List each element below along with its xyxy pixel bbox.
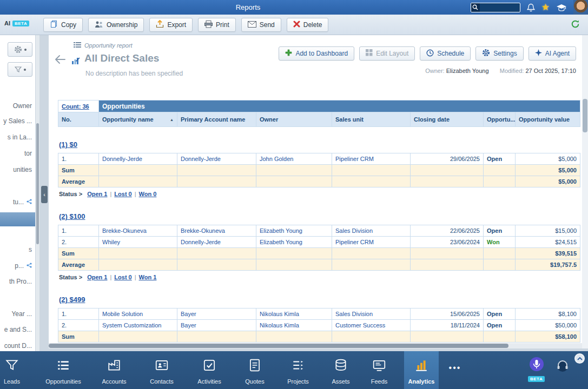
search-input[interactable] <box>480 4 520 11</box>
owner-link[interactable]: Nikolaus Kimla <box>256 308 332 320</box>
sidebar-item[interactable]: tor <box>24 150 32 157</box>
ownership-icon <box>95 21 103 30</box>
sidebar-filter-button[interactable] <box>8 62 32 77</box>
edit-layout-button[interactable]: Edit Layout <box>359 46 415 61</box>
sidebar-collapse-handle[interactable]: ‹ <box>41 186 48 203</box>
sidebar-scrollbar-thumb[interactable] <box>36 123 39 244</box>
nav-collapse-chevron-icon[interactable] <box>574 353 585 364</box>
group-header-link[interactable]: (2) $100 <box>59 212 85 220</box>
nav-item-analytics[interactable]: Analytics <box>404 351 439 389</box>
notifications-bell-icon[interactable] <box>527 3 535 12</box>
export-button[interactable]: Export <box>149 18 193 32</box>
nav-item-more[interactable]: ••• <box>439 351 471 389</box>
people-card-icon <box>155 358 169 374</box>
owner-link[interactable]: Nikolaus Kimla <box>256 320 332 331</box>
sales-unit-link[interactable]: Customer Success <box>332 320 411 331</box>
account-link[interactable]: Donnelly-Jerde <box>177 153 256 165</box>
sidebar-item[interactable]: s in La... <box>8 133 32 141</box>
sales-unit-link[interactable]: Sales Division <box>332 225 411 237</box>
opportunity-link[interactable]: Brekke-Okuneva <box>99 225 177 237</box>
sidebar-item-active[interactable] <box>0 212 35 226</box>
sales-unit-link[interactable]: Pipeliner CRM <box>332 237 411 248</box>
group-header-link[interactable]: (2) $499 <box>59 296 85 304</box>
nav-item-feeds[interactable]: Feeds <box>362 351 397 389</box>
print-button[interactable]: Print <box>198 18 236 32</box>
sidebar-item[interactable]: s <box>29 246 32 253</box>
col-closing-date[interactable]: Closing date <box>411 112 484 127</box>
favorites-star-icon[interactable]: ★ <box>541 0 550 15</box>
vertical-scrollbar[interactable] <box>582 35 588 348</box>
opportunity-link[interactable]: System Customization <box>99 320 177 331</box>
account-link[interactable]: Bayer <box>177 320 256 331</box>
open-count-link[interactable]: Open 1 <box>87 191 107 197</box>
col-owner[interactable]: Owner <box>256 112 332 127</box>
opportunity-link[interactable]: Whiley <box>99 237 177 248</box>
page-title: Reports <box>0 0 496 15</box>
sidebar-settings-button[interactable] <box>8 42 32 57</box>
sidebar-item[interactable]: Year ... <box>11 310 32 318</box>
sales-unit-link[interactable]: Pipeliner CRM <box>332 153 411 165</box>
owner-link[interactable]: John Golden <box>256 153 332 165</box>
col-opportunity-status[interactable]: Opportu... <box>484 112 516 127</box>
nav-item-projects[interactable]: Projects <box>276 351 320 389</box>
col-opportunity-name[interactable]: Opportunity name▲ <box>99 112 177 127</box>
horizontal-scrollbar-thumb[interactable] <box>49 344 508 348</box>
account-link[interactable]: Bayer <box>177 308 256 320</box>
add-to-dashboard-button[interactable]: Add to Dashboard <box>279 46 354 61</box>
horizontal-scrollbar[interactable] <box>49 343 582 348</box>
list-icon <box>56 358 70 374</box>
sidebar-item[interactable]: tu... <box>13 198 32 206</box>
nav-item-opportunities[interactable]: Opportunities <box>36 351 90 389</box>
nav-item-contacts[interactable]: Contacts <box>138 351 186 389</box>
opportunity-link[interactable]: Mobile Solution <box>99 308 177 320</box>
sidebar-item[interactable]: p... <box>15 262 32 270</box>
group-header-link[interactable]: (1) $0 <box>59 140 77 149</box>
sidebar-item[interactable]: Owner <box>13 102 32 110</box>
schedule-button[interactable]: Schedule <box>420 46 471 61</box>
support-headset-icon[interactable] <box>555 358 570 375</box>
vertical-scrollbar-thumb[interactable] <box>583 99 587 132</box>
back-arrow-icon[interactable] <box>54 55 66 66</box>
settings-button[interactable]: Settings <box>475 46 523 61</box>
col-no[interactable]: No. <box>58 112 99 127</box>
won-count-link[interactable]: Won 0 <box>139 191 157 197</box>
sidebar-item[interactable]: y Sales ... <box>3 117 32 125</box>
count-link[interactable]: Count: 36 <box>58 100 99 112</box>
nav-item-accounts[interactable]: Accounts <box>90 351 138 389</box>
lost-count-link[interactable]: Lost 0 <box>114 191 131 197</box>
send-button[interactable]: Send <box>241 18 281 32</box>
refresh-icon[interactable] <box>571 19 580 31</box>
account-link[interactable]: Donnelly-Jerde <box>177 237 256 248</box>
lost-count-link[interactable]: Lost 0 <box>114 274 131 280</box>
filter-dot-icon <box>24 69 26 71</box>
sidebar-item[interactable]: e and S... <box>4 326 32 333</box>
won-count-link[interactable]: Won 1 <box>139 274 157 280</box>
user-avatar[interactable] <box>573 0 588 15</box>
ownership-button[interactable]: Ownership <box>88 18 144 32</box>
col-opportunity-value[interactable]: Opportunity value <box>516 112 580 127</box>
nav-item-activities[interactable]: Activities <box>186 351 233 389</box>
sidebar-item[interactable]: unities <box>13 166 32 173</box>
open-count-link[interactable]: Open 1 <box>87 274 107 280</box>
col-primary-account[interactable]: Primary Account name <box>177 112 256 127</box>
academy-cap-icon[interactable] <box>556 4 567 11</box>
global-search[interactable] <box>471 3 520 12</box>
account-link[interactable]: Brekke-Okuneva <box>177 225 256 237</box>
nav-item-voice-assistant[interactable]: BETA <box>528 356 545 382</box>
bar-chart-icon <box>414 358 428 374</box>
copy-button[interactable]: Copy <box>43 18 83 32</box>
owner-link[interactable]: Elizabeth Young <box>256 225 332 237</box>
owner-link[interactable]: Elizabeth Young <box>256 237 332 248</box>
nav-item-leads[interactable]: Leads <box>0 351 36 389</box>
sidebar-item[interactable]: count D... <box>4 342 32 350</box>
opportunity-link[interactable]: Donnelly-Jerde <box>99 153 177 165</box>
ai-agent-button[interactable]: AI Agent <box>528 46 576 61</box>
sidebar-item[interactable]: th Pro... <box>9 278 32 285</box>
nav-item-quotes[interactable]: Quotes <box>233 351 276 389</box>
schedule-label: Schedule <box>437 50 464 57</box>
delete-button[interactable]: Delete <box>287 18 329 32</box>
sales-unit-link[interactable]: Sales Division <box>332 308 411 320</box>
col-sales-unit[interactable]: Sales unit <box>332 112 411 127</box>
sidebar-scrollbar[interactable] <box>36 35 39 351</box>
nav-item-assets[interactable]: Assets <box>320 351 362 389</box>
